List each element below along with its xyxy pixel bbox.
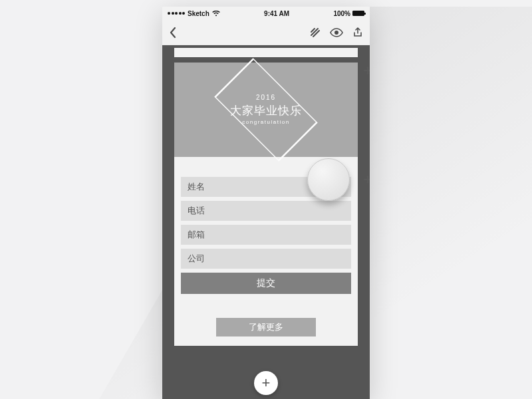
hero-year: 2016 bbox=[230, 94, 302, 102]
texture-icon[interactable] bbox=[310, 27, 321, 38]
field-label: 电话 bbox=[188, 205, 205, 217]
battery-icon bbox=[352, 11, 364, 16]
drag-handle-circle[interactable] bbox=[307, 158, 350, 201]
svg-line-0 bbox=[311, 29, 318, 35]
battery-percent: 100% bbox=[333, 10, 350, 17]
status-left: Sketch bbox=[168, 10, 220, 17]
field-label: 姓名 bbox=[188, 181, 205, 193]
svg-point-3 bbox=[334, 31, 338, 35]
status-bar: Sketch 9:41 AM 100% bbox=[162, 7, 370, 20]
previous-page-peek bbox=[174, 48, 358, 57]
hero-block[interactable]: 2016 大家毕业快乐 congratulation bbox=[174, 63, 358, 157]
share-icon[interactable] bbox=[352, 27, 363, 38]
page: 2016 大家毕业快乐 congratulation 姓名 电话 邮箱 公司 提… bbox=[174, 63, 358, 346]
carrier-label: Sketch bbox=[188, 10, 209, 17]
hero-subtitle: congratulation bbox=[230, 119, 302, 126]
field-label: 邮箱 bbox=[188, 229, 205, 241]
move-handle-icon[interactable] bbox=[363, 176, 370, 185]
add-button[interactable]: + bbox=[254, 371, 278, 395]
phone-field[interactable]: 电话 bbox=[181, 201, 351, 221]
wifi-icon bbox=[212, 11, 220, 17]
hero-title: 大家毕业快乐 bbox=[230, 104, 302, 118]
signal-dots-icon bbox=[168, 12, 185, 15]
learn-more-button[interactable]: 了解更多 bbox=[216, 318, 316, 336]
status-time: 9:41 AM bbox=[220, 10, 334, 17]
editor-canvas[interactable]: 2016 大家毕业快乐 congratulation 姓名 电话 邮箱 公司 提… bbox=[162, 45, 370, 399]
company-field[interactable]: 公司 bbox=[181, 249, 351, 269]
hero-badge: 2016 大家毕业快乐 congratulation bbox=[210, 73, 322, 146]
move-handle-icon[interactable] bbox=[363, 66, 370, 76]
email-field[interactable]: 邮箱 bbox=[181, 225, 351, 245]
nav-bar bbox=[162, 20, 370, 45]
status-right: 100% bbox=[333, 10, 364, 17]
svg-line-2 bbox=[311, 29, 315, 32]
more-block: 了解更多 bbox=[174, 307, 358, 346]
submit-button[interactable]: 提交 bbox=[181, 273, 351, 294]
back-button[interactable] bbox=[169, 27, 177, 39]
field-label: 公司 bbox=[188, 253, 205, 265]
preview-icon[interactable] bbox=[330, 28, 343, 37]
device-frame: Sketch 9:41 AM 100% bbox=[162, 7, 370, 399]
